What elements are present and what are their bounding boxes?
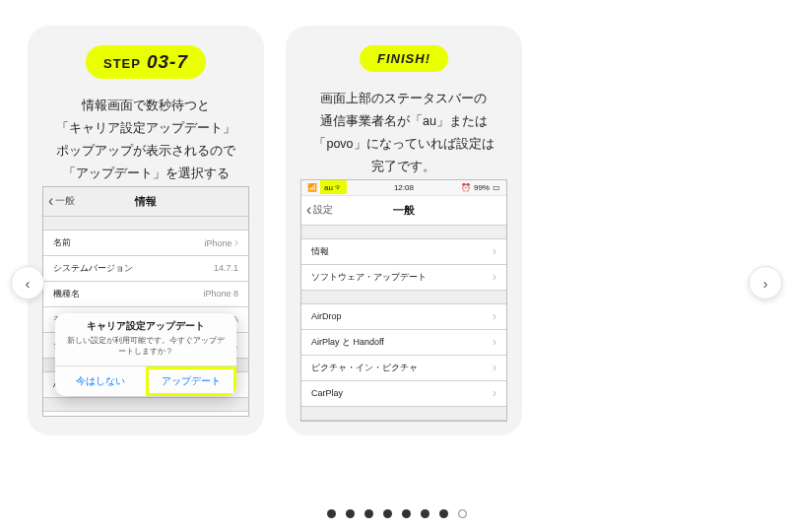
chevron-right-icon: › — [493, 270, 496, 284]
chevron-right-icon: › — [493, 335, 496, 349]
section-gap — [301, 291, 506, 304]
signal-icon: 📶 — [307, 183, 317, 192]
phone-nav: 設定 一般 — [301, 196, 506, 226]
row-software-update[interactable]: ソフトウェア・アップデート › — [301, 265, 506, 291]
phone-mock-general: 📶 au ᯤ 12:08 ⏰ 99% ▭ 設定 一般 情報 — [300, 179, 507, 422]
row-system-version: システムバージョン 14.7.1 — [43, 256, 248, 282]
next-button[interactable]: › — [749, 266, 782, 299]
row-network: ネットワーク KDDI — [43, 412, 248, 417]
row-about[interactable]: 情報 › — [301, 239, 506, 265]
carrier-update-popup: キャリア設定アップデート 新しい設定が利用可能です。今すぐアップデートしますか？… — [55, 313, 236, 395]
dot[interactable] — [421, 509, 430, 518]
battery-percent: 99% — [474, 183, 490, 192]
section-gap — [301, 407, 506, 421]
chevron-right-icon: › — [493, 309, 496, 323]
row-carplay[interactable]: CarPlay › — [301, 381, 506, 407]
step-description: 情報画面で数秒待つと 「キャリア設定アップデート」 ポップアップが表示されるので… — [56, 95, 235, 186]
row-airplay[interactable]: AirPlay と Handoff › — [301, 330, 506, 356]
step-badge: STEP 03-7 — [86, 45, 206, 79]
carrier-name: au — [324, 183, 333, 192]
row-name[interactable]: 名前 iPhone › — [43, 231, 248, 256]
carousel: STEP 03-7 情報画面で数秒待つと 「キャリア設定アップデート」 ポップア… — [0, 0, 793, 435]
back-button[interactable]: 一般 — [48, 187, 75, 216]
row-model-name: 機種名 iPhone 8 — [43, 282, 248, 307]
step-prefix: STEP — [103, 56, 141, 71]
status-bar: 📶 au ᯤ 12:08 ⏰ 99% ▭ — [301, 180, 506, 196]
alarm-icon: ⏰ — [461, 183, 471, 192]
wifi-icon: ᯤ — [335, 183, 343, 192]
step-number: 03-7 — [147, 51, 188, 73]
step-card: STEP 03-7 情報画面で数秒待つと 「キャリア設定アップデート」 ポップア… — [28, 26, 264, 435]
chevron-right-icon: › — [493, 361, 496, 374]
dot[interactable] — [364, 509, 373, 518]
status-time: 12:08 — [394, 183, 414, 192]
chevron-right-icon: › — [493, 386, 496, 400]
dot[interactable] — [402, 509, 411, 518]
finish-badge: FINISH! — [360, 45, 448, 72]
row-pip[interactable]: ピクチャ・イン・ピクチャ › — [301, 356, 506, 381]
popup-message: 新しい設定が利用可能です。今すぐアップデートしますか？ — [55, 335, 236, 365]
phone-nav: 一般 情報 — [43, 187, 248, 217]
prev-button[interactable]: ‹ — [11, 266, 44, 299]
carrier-highlight: au ᯤ — [320, 180, 347, 194]
section-gap — [43, 217, 248, 231]
phone-mock-info: 一般 情報 名前 iPhone › システムバージョン 14.7.1 機種名 i… — [42, 186, 249, 417]
back-button[interactable]: 設定 — [306, 196, 333, 225]
section-gap — [301, 226, 506, 239]
popup-buttons: 今はしない アップデート — [55, 366, 236, 396]
dot[interactable] — [458, 509, 467, 518]
battery-icon: ▭ — [493, 183, 500, 192]
section-gap — [43, 398, 248, 412]
row-airdrop[interactable]: AirDrop › — [301, 304, 506, 330]
popup-cancel-button[interactable]: 今はしない — [55, 366, 146, 396]
finish-description: 画面上部のステータスバーの 通信事業者名が「au」または 「povo」になってい… — [313, 88, 494, 179]
pagination-dots — [0, 509, 793, 518]
popup-confirm-button[interactable]: アップデート — [146, 366, 237, 396]
chevron-right-icon: › — [493, 244, 496, 258]
popup-title: キャリア設定アップデート — [55, 313, 236, 335]
dot[interactable] — [327, 509, 336, 518]
nav-title: 情報 — [135, 194, 157, 209]
finish-card: FINISH! 画面上部のステータスバーの 通信事業者名が「au」または 「po… — [286, 26, 522, 435]
dot[interactable] — [346, 509, 355, 518]
nav-title: 一般 — [393, 203, 415, 218]
dot[interactable] — [439, 509, 448, 518]
dot[interactable] — [383, 509, 392, 518]
chevron-right-icon: › — [234, 235, 238, 249]
finish-label: FINISH! — [377, 51, 430, 66]
